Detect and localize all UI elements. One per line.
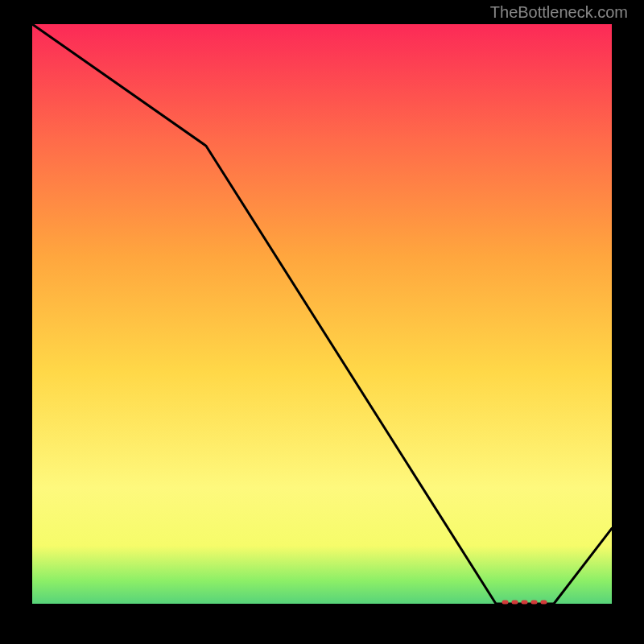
chart-container: TheBottleneck.com bbox=[0, 0, 644, 644]
chart-svg bbox=[0, 0, 644, 644]
watermark-text: TheBottleneck.com bbox=[490, 3, 628, 22]
plot-background bbox=[32, 24, 612, 604]
